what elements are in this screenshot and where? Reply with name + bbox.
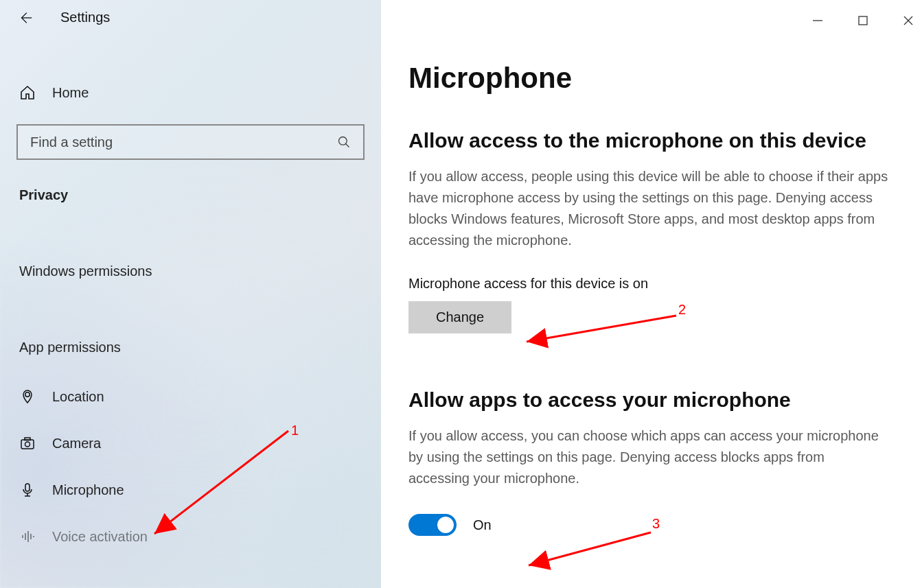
toggle-label: On	[473, 517, 492, 533]
window-minimize-button[interactable]	[808, 11, 827, 30]
device-access-status: Microphone access for this device is on	[408, 276, 922, 292]
sidebar-item-location[interactable]: Location	[0, 373, 381, 420]
arrow-left-icon	[18, 10, 33, 25]
sidebar-section-app-permissions: App permissions	[0, 334, 381, 361]
section-body-apps-access: If you allow access, you can choose whic…	[408, 425, 889, 489]
svg-rect-6	[25, 438, 30, 440]
window-close-button[interactable]	[899, 11, 918, 30]
sidebar-item-label: Voice activation	[52, 529, 148, 545]
sidebar-item-label: Location	[52, 389, 104, 405]
sidebar-item-microphone[interactable]: Microphone	[0, 467, 381, 513]
change-button[interactable]: Change	[408, 301, 511, 333]
maximize-icon	[857, 15, 868, 26]
minimize-icon	[812, 15, 823, 26]
svg-point-1	[339, 137, 347, 145]
sidebar-item-label: Home	[52, 85, 89, 101]
svg-line-2	[346, 144, 349, 148]
sidebar: Settings Home Privacy Windows permission	[0, 0, 381, 588]
sidebar-section-windows-permissions[interactable]: Windows permissions	[0, 258, 381, 285]
app-title: Settings	[60, 10, 110, 25]
sidebar-item-home[interactable]: Home	[0, 75, 381, 110]
section-heading-apps-access: Allow apps to access your microphone	[408, 388, 922, 412]
camera-icon	[19, 435, 36, 451]
svg-rect-7	[25, 484, 30, 491]
section-body-device-access: If you allow access, people using this d…	[408, 166, 889, 251]
svg-point-5	[25, 442, 30, 447]
sidebar-section-privacy[interactable]: Privacy	[0, 182, 381, 209]
sidebar-item-voice-activation[interactable]: Voice activation	[0, 513, 381, 545]
sidebar-item-camera[interactable]: Camera	[0, 420, 381, 467]
back-button[interactable]	[18, 10, 33, 25]
sidebar-item-label: Microphone	[52, 482, 124, 498]
search-icon	[337, 135, 351, 149]
microphone-icon	[19, 482, 36, 498]
main-content: Microphone Allow access to the microphon…	[381, 0, 922, 588]
sidebar-item-label: Camera	[52, 436, 101, 451]
home-icon	[19, 84, 36, 101]
svg-point-3	[25, 392, 30, 397]
svg-rect-16	[859, 16, 867, 25]
toggle-knob	[437, 517, 454, 533]
search-input[interactable]	[30, 134, 337, 150]
window-maximize-button[interactable]	[853, 11, 873, 30]
voice-icon	[19, 528, 36, 545]
search-box[interactable]	[16, 124, 365, 160]
section-heading-device-access: Allow access to the microphone on this d…	[408, 129, 922, 152]
location-icon	[19, 388, 36, 405]
svg-rect-4	[21, 440, 34, 449]
page-title: Microphone	[408, 62, 922, 95]
apps-access-toggle[interactable]	[408, 514, 457, 536]
search-container	[16, 124, 365, 160]
close-icon	[903, 15, 914, 26]
